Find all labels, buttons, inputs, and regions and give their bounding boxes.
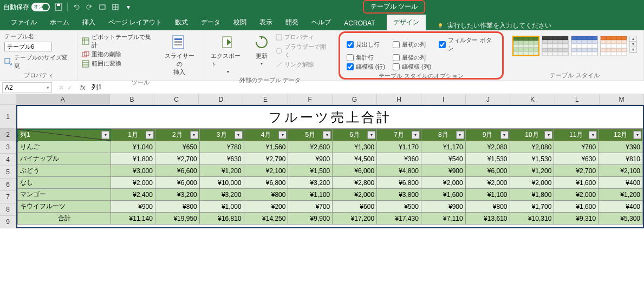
qat-icon-1[interactable] <box>98 3 107 11</box>
table-cell[interactable]: ¥6,600 <box>155 165 199 177</box>
table-cell[interactable]: ¥2,000 <box>465 177 510 189</box>
table-cell-name[interactable]: キウイフルーツ <box>18 201 111 213</box>
table-cell[interactable]: ¥1,300 <box>333 141 377 153</box>
table-cell[interactable]: ¥2,700 <box>554 165 599 177</box>
table-cell[interactable]: ¥1,800 <box>510 189 554 201</box>
table-cell[interactable]: ¥10,310 <box>510 213 554 225</box>
table-header[interactable]: 12月▾ <box>599 129 643 141</box>
table-cell[interactable]: ¥17,200 <box>333 213 377 225</box>
table-cell[interactable]: ¥1,000 <box>199 201 244 213</box>
col-header-D[interactable]: D <box>199 94 243 104</box>
filter-icon[interactable]: ▾ <box>633 131 641 139</box>
table-header[interactable]: 9月▾ <box>465 129 510 141</box>
filter-icon[interactable]: ▾ <box>323 131 331 139</box>
col-header-J[interactable]: J <box>466 94 510 104</box>
filter-icon[interactable]: ▾ <box>367 131 375 139</box>
table-header[interactable]: 8月▾ <box>421 129 465 141</box>
convert-range-button[interactable]: 範囲に変換 <box>82 59 156 68</box>
col-header-K[interactable]: K <box>510 94 555 104</box>
table-header[interactable]: 2月▾ <box>155 129 199 141</box>
table-cell[interactable]: ¥10,000 <box>199 177 244 189</box>
table-cell-name[interactable]: りんご <box>18 141 111 153</box>
table-cell[interactable]: ¥1,800 <box>111 153 155 165</box>
tab-help[interactable]: ヘルプ <box>305 15 337 30</box>
table-cell[interactable]: ¥390 <box>599 141 643 153</box>
table-cell[interactable]: ¥1,530 <box>510 153 554 165</box>
table-cell[interactable]: ¥2,700 <box>155 153 199 165</box>
table-cell[interactable]: ¥1,170 <box>377 141 421 153</box>
tab-view[interactable]: 表示 <box>253 15 279 30</box>
table-cell[interactable]: ¥13,610 <box>465 213 510 225</box>
style-thumb[interactable] <box>512 36 539 56</box>
col-header-I[interactable]: I <box>421 94 466 104</box>
filter-icon[interactable]: ▾ <box>190 131 198 139</box>
table-cell[interactable]: ¥800 <box>155 201 199 213</box>
cancel-icon[interactable]: ✕ <box>58 84 64 91</box>
table-header[interactable]: 4月▾ <box>244 129 288 141</box>
table-cell[interactable]: ¥630 <box>199 153 244 165</box>
chk-banded-rows[interactable]: 縞模様 (行) <box>347 63 385 71</box>
style-thumb[interactable] <box>600 36 627 56</box>
table-cell[interactable]: ¥9,310 <box>554 213 599 225</box>
table-cell[interactable]: ¥900 <box>421 201 465 213</box>
qat-icon-2[interactable] <box>111 3 120 11</box>
tell-me-search[interactable]: 実行したい作業を入力してください <box>437 21 551 30</box>
qat-more-icon[interactable]: ▾ <box>124 3 133 11</box>
table-cell[interactable]: ¥1,560 <box>244 141 288 153</box>
table-cell-name[interactable]: なし <box>18 177 111 189</box>
table-cell[interactable]: ¥2,000 <box>333 189 377 201</box>
undo-icon[interactable] <box>72 3 81 11</box>
table-cell[interactable]: ¥6,000 <box>465 165 510 177</box>
table-cell[interactable]: ¥17,430 <box>377 213 421 225</box>
chk-header-row[interactable]: 見出し行 <box>347 36 385 52</box>
table-cell[interactable]: ¥1,200 <box>510 165 554 177</box>
table-cell[interactable]: ¥650 <box>155 141 199 153</box>
tab-layout[interactable]: ページ レイアウト <box>102 15 168 30</box>
col-header-F[interactable]: F <box>288 94 333 104</box>
table-cell[interactable]: ¥2,100 <box>599 165 643 177</box>
table-cell[interactable]: ¥2,600 <box>288 141 333 153</box>
tab-file[interactable]: ファイル <box>4 15 43 30</box>
table-header[interactable]: 3月▾ <box>199 129 244 141</box>
row-header-6[interactable]: 6 <box>0 179 16 191</box>
col-header-B[interactable]: B <box>110 94 154 104</box>
table-cell[interactable]: ¥16,810 <box>199 213 244 225</box>
row-header-7[interactable]: 7 <box>0 191 16 203</box>
table-cell[interactable]: ¥1,200 <box>199 165 244 177</box>
col-header-G[interactable]: G <box>333 94 377 104</box>
col-header-A[interactable]: A <box>16 94 110 104</box>
tab-formulas[interactable]: 数式 <box>168 15 194 30</box>
table-cell[interactable]: ¥2,080 <box>465 141 510 153</box>
table-cell[interactable]: ¥3,800 <box>377 189 421 201</box>
table-cell[interactable]: ¥780 <box>554 141 599 153</box>
tab-acrobat[interactable]: ACROBAT <box>337 16 381 30</box>
table-cell[interactable]: ¥4,800 <box>377 165 421 177</box>
table-cell-name[interactable]: パイナップル <box>18 153 111 165</box>
table-cell[interactable]: ¥9,900 <box>288 213 333 225</box>
toggle-switch[interactable]: オン <box>31 3 50 11</box>
table-cell[interactable]: ¥2,000 <box>421 177 465 189</box>
slicer-button[interactable]: スライサーの 挿入 <box>159 32 199 77</box>
table-header[interactable]: 11月▾ <box>554 129 599 141</box>
table-cell[interactable]: ¥900 <box>288 153 333 165</box>
save-icon[interactable] <box>54 3 63 11</box>
table-cell[interactable]: ¥700 <box>288 201 333 213</box>
filter-icon[interactable]: ▾ <box>500 131 509 139</box>
filter-icon[interactable]: ▾ <box>278 131 287 139</box>
enter-icon[interactable]: ✓ <box>67 84 73 91</box>
table-cell[interactable]: ¥2,790 <box>244 153 288 165</box>
row-header-1[interactable]: 1 <box>0 105 16 129</box>
table-cell[interactable]: ¥800 <box>465 201 510 213</box>
pivot-button[interactable]: ピボットテーブルで集計 <box>82 32 156 50</box>
table-cell-name[interactable]: 合計 <box>18 213 111 225</box>
gallery-more-button[interactable]: ▴▾▾ <box>629 36 637 53</box>
table-cell[interactable]: ¥3,200 <box>199 189 244 201</box>
chk-total-row[interactable]: 集計行 <box>347 54 385 62</box>
table-cell[interactable]: ¥14,250 <box>244 213 288 225</box>
select-all-corner[interactable] <box>0 94 16 104</box>
table-cell[interactable]: ¥630 <box>554 153 599 165</box>
table-cell[interactable]: ¥11,140 <box>111 213 155 225</box>
table-cell-name[interactable]: マンゴー <box>18 189 111 201</box>
tab-data[interactable]: データ <box>194 15 227 30</box>
table-cell[interactable]: ¥360 <box>377 153 421 165</box>
